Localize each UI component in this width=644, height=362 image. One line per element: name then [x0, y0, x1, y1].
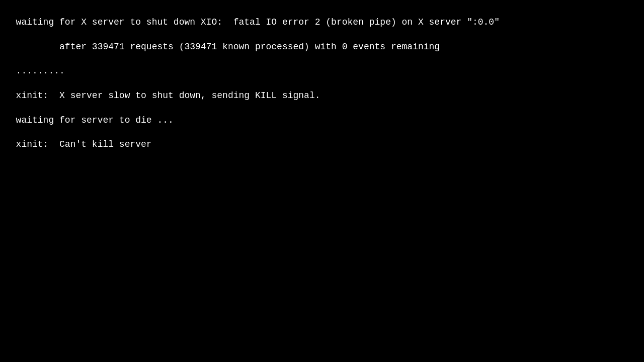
terminal-line-1: waiting for X server to shut down XIO: f…: [16, 17, 500, 27]
terminal-line-5: waiting for server to die ...: [16, 115, 174, 125]
terminal-line-2: after 339471 requests (339471 known proc…: [16, 42, 440, 52]
terminal-output: waiting for X server to shut down XIO: f…: [0, 0, 644, 362]
terminal-line-3: .........: [16, 66, 65, 76]
terminal-line-4: xinit: X server slow to shut down, sendi…: [16, 90, 320, 101]
terminal-line-6: xinit: Can't kill server: [16, 139, 152, 149]
